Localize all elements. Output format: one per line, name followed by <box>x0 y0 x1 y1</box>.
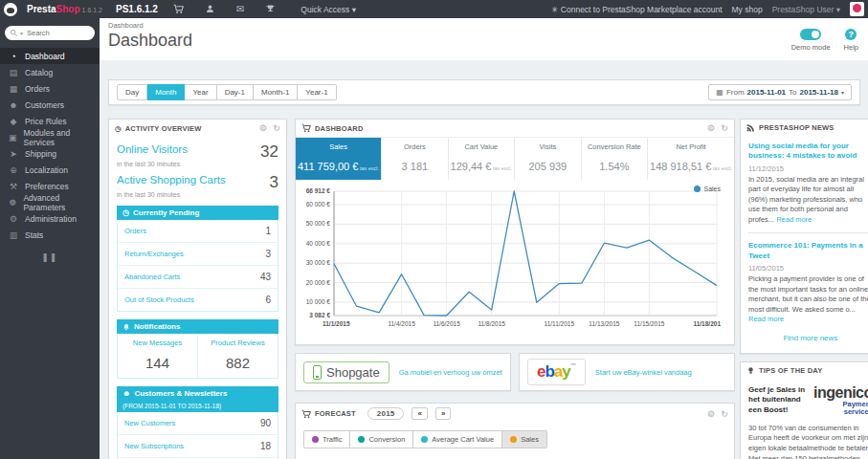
wrench-icon: ⚒ <box>9 182 18 191</box>
panel-settings-icon[interactable]: ⚙ <box>707 409 715 419</box>
forecast-toggle-average-cart-value[interactable]: Average Cart Value <box>413 430 502 448</box>
forecast-toggle-sales[interactable]: Sales <box>502 430 547 448</box>
read-more-link[interactable]: Read more <box>748 315 784 323</box>
sidebar-item-localization[interactable]: ⊕Localization <box>0 162 100 178</box>
date-filter-panel: DayMonthYearDay-1Month-1Year-1 ▦ From 20… <box>108 79 860 105</box>
main-area: Dashboard Dashboard Demo mode ? Help Day… <box>100 18 868 459</box>
range-button-year-1[interactable]: Year-1 <box>298 84 336 100</box>
pending-row-link[interactable]: Out of Stock Products <box>124 295 194 304</box>
cart-notifications-icon[interactable] <box>167 4 189 14</box>
forecast-toggle-conversion[interactable]: Conversion <box>350 430 413 448</box>
kpi-sales[interactable]: Sales411 759,00 € tax excl. <box>296 138 381 180</box>
notification-cell[interactable]: Product Reviews882 <box>197 334 278 378</box>
kpi-net-profit[interactable]: Net Profit148 918,51 € tax excl. <box>647 138 734 180</box>
help-label: Help <box>844 43 858 52</box>
notification-value: 882 <box>200 355 276 371</box>
notifications-header: Notifications <box>117 319 278 334</box>
forecast-panel: FORECAST 2015 « » ⚙↻ TrafficConversionAv… <box>295 403 735 459</box>
user-avatar[interactable] <box>850 2 864 16</box>
forecast-toggle-label: Sales <box>521 435 539 444</box>
news-item: Ecommerce 101: Payments in a Tweet11/05/… <box>748 241 868 324</box>
kpi-label: Orders <box>384 142 445 151</box>
sidebar-item-price-rules[interactable]: ◆Price Rules <box>0 113 100 129</box>
customer-row-link[interactable]: New Customers <box>124 419 175 427</box>
sidebar-item-advanced-parameters[interactable]: ☸Advanced Parameters <box>0 194 100 210</box>
demo-mode-toggle[interactable] <box>800 29 821 40</box>
chart-legend[interactable]: Sales <box>694 186 721 192</box>
search-icon <box>10 29 18 37</box>
sidebar-item-preferences[interactable]: ⚒Preferences <box>0 178 100 194</box>
sidebar-item-stats[interactable]: ▥Stats <box>0 227 100 243</box>
sidebar-item-administration[interactable]: ⚙Administration <box>0 210 100 227</box>
sidebar-item-dashboard[interactable]: ◔Dashboard <box>0 48 100 64</box>
range-button-month-1[interactable]: Month-1 <box>254 84 298 100</box>
find-more-news-link[interactable]: Find more news <box>748 334 868 345</box>
range-button-day[interactable]: Day <box>117 84 147 100</box>
notification-cell[interactable]: New Messages144 <box>118 334 197 378</box>
customer-notifications-icon[interactable] <box>199 4 221 14</box>
kpi-orders[interactable]: Orders3 181 <box>381 138 447 180</box>
panel-refresh-icon[interactable]: ↻ <box>721 123 728 133</box>
cart-icon <box>301 409 311 419</box>
user-menu[interactable]: PrestaShop User ▾ <box>772 5 840 14</box>
kpi-visits[interactable]: Visits205 939 <box>514 138 580 180</box>
page-header: Dashboard Dashboard Demo mode ? Help <box>100 18 868 60</box>
read-more-link[interactable]: Read more <box>776 215 812 224</box>
modules-icon: ▣ <box>9 133 17 142</box>
kpi-conversion-rate[interactable]: Conversion Rate1.54% <box>581 138 647 180</box>
date-range-buttons: DayMonthYearDay-1Month-1Year-1 <box>117 84 337 100</box>
trophy-icon[interactable] <box>259 4 281 14</box>
sidebar-item-label: Shipping <box>25 149 56 159</box>
customer-row-value: 18 <box>260 441 271 451</box>
panel-settings-icon[interactable]: ⚙ <box>259 123 267 133</box>
page-title: Dashboard <box>108 31 192 51</box>
range-button-year[interactable]: Year <box>185 84 216 100</box>
forecast-prev-button[interactable]: « <box>412 407 427 420</box>
sidebar-item-customers[interactable]: ☻Customers <box>0 97 100 113</box>
shopgate-logo: Shopgate <box>303 361 389 383</box>
quick-access-menu[interactable]: Quick Access ▾ <box>300 5 356 14</box>
marketplace-link[interactable]: ✳Connect to PrestaShop Marketplace accou… <box>551 5 723 14</box>
sidebar-item-label: Catalog <box>25 68 53 77</box>
panel-refresh-icon[interactable]: ↻ <box>273 123 280 133</box>
shop-name-link[interactable]: PS1.6.1.2 <box>116 4 158 14</box>
pending-row-link[interactable]: Orders <box>124 227 146 235</box>
forecast-toggle-traffic[interactable]: Traffic <box>303 430 350 448</box>
panel-refresh-icon[interactable]: ↻ <box>721 409 728 419</box>
ingenico-logo[interactable]: ingenico Payment services <box>813 385 868 417</box>
my-shop-link[interactable]: My shop <box>732 5 763 14</box>
help-icon[interactable]: ? <box>845 29 857 40</box>
svg-text:3 082 €: 3 082 € <box>309 312 330 318</box>
pending-row-link[interactable]: Return/Exchanges <box>124 250 184 258</box>
news-item-title[interactable]: Ecommerce 101: Payments in a Tweet <box>748 241 868 261</box>
prestashop-logo[interactable] <box>4 3 17 16</box>
active-carts-link[interactable]: Active Shopping Carts <box>117 174 226 186</box>
globe-icon: ⊕ <box>9 165 18 175</box>
news-item-title[interactable]: Using social media for your business: 4 … <box>748 142 868 162</box>
search-scope-caret-icon[interactable]: ▾ <box>20 30 23 36</box>
search-input[interactable] <box>25 28 78 38</box>
forecast-next-button[interactable]: » <box>435 407 451 420</box>
date-range-picker[interactable]: ▦ From 2015-11-01 To 2015-11-18 ▾ <box>708 84 852 100</box>
demo-mode-label: Demo mode <box>791 43 831 52</box>
panel-settings-icon[interactable]: ⚙ <box>707 123 715 133</box>
pending-row-link[interactable]: Abandoned Carts <box>124 273 180 281</box>
breadcrumb: Dashboard <box>108 21 192 30</box>
sidebar-search[interactable]: ▾ <box>5 26 95 40</box>
sidebar-item-modules-and-services[interactable]: ▣Modules and Services <box>0 129 100 145</box>
sidebar-item-label: Stats <box>25 230 43 240</box>
range-button-day-1[interactable]: Day-1 <box>217 84 254 100</box>
customer-row-value: 90 <box>260 418 271 428</box>
online-visitors-link[interactable]: Online Visitors <box>117 143 188 155</box>
messages-icon[interactable]: ✉ <box>231 5 250 14</box>
sidebar-collapse-button[interactable]: ❚❚ <box>0 252 100 262</box>
ebay-link[interactable]: Start uw eBay-winkel vandaag <box>595 368 692 377</box>
kpi-cart-value[interactable]: Cart Value129,44 € tax excl. <box>448 138 515 180</box>
sidebar-item-catalog[interactable]: ▤Catalog <box>0 64 100 80</box>
range-button-month[interactable]: Month <box>147 84 185 100</box>
sidebar-item-orders[interactable]: ▦Orders <box>0 80 100 97</box>
sidebar-item-shipping[interactable]: ➤Shipping <box>0 145 100 162</box>
sidebar-item-label: Dashboard <box>25 52 65 61</box>
customer-row-link[interactable]: New Subscriptions <box>124 442 184 450</box>
shopgate-link[interactable]: Ga mobiel en verhoog uw omzet <box>399 368 502 377</box>
